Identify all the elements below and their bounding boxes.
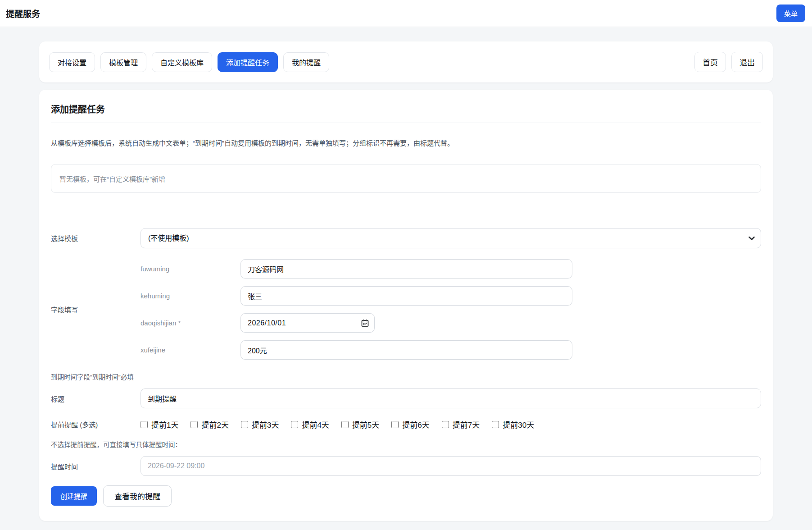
advance-checkbox-30d[interactable]	[492, 421, 499, 428]
template-select-row: 选择模板 (不使用模板)	[51, 228, 761, 248]
add-reminder-panel: 添加提醒任务 从模板库选择模板后，系统自动生成中文表单；“到期时间”自动复用模板…	[39, 90, 773, 521]
template-select-label: 选择模板	[51, 233, 141, 243]
template-select-wrap: (不使用模板)	[141, 228, 761, 248]
advance-option-4d[interactable]: 提前4天	[291, 419, 329, 430]
field-row-daoqishijian: daoqishijian *	[141, 313, 761, 333]
remind-time-label: 提醒时间	[51, 461, 141, 471]
tab-connect-settings[interactable]: 对接设置	[49, 52, 95, 72]
advance-option-30d[interactable]: 提前30天	[492, 419, 534, 430]
date-input-wrap	[240, 313, 375, 333]
field-input-fuwuming[interactable]	[240, 259, 572, 279]
remind-time-row: 提醒时间	[51, 456, 761, 476]
advance-reminder-label: 提前提醒 (多选)	[51, 420, 141, 429]
app-title: 提醒服务	[6, 7, 40, 19]
advance-checkbox-1d[interactable]	[141, 421, 148, 428]
advance-checkbox-6d[interactable]	[391, 421, 399, 428]
page-container: 对接设置 模板管理 自定义模板库 添加提醒任务 我的提醒 首页 退出 添加提醒任…	[0, 27, 812, 521]
field-row-kehuming: kehuming	[141, 286, 761, 306]
advance-reminder-row: 提前提醒 (多选) 提前1天 提前2天 提前3天 提前4天 提前5天 提前6天 …	[51, 419, 761, 430]
home-button[interactable]: 首页	[694, 52, 726, 72]
advance-checkbox-7d[interactable]	[442, 421, 449, 428]
fields-group-label: 字段填写	[51, 305, 141, 314]
panel-title: 添加提醒任务	[51, 101, 761, 123]
advance-checkbox-2d[interactable]	[191, 421, 198, 428]
view-my-reminders-button[interactable]: 查看我的提醒	[103, 485, 172, 507]
top-bar: 提醒服务 菜单	[0, 0, 812, 27]
advance-option-2d[interactable]: 提前2天	[191, 419, 228, 430]
create-reminder-button[interactable]: 创建提醒	[51, 486, 97, 506]
field-row-fuwuming: fuwuming	[141, 259, 761, 279]
advance-option-1d[interactable]: 提前1天	[141, 419, 178, 430]
advance-option-3d[interactable]: 提前3天	[241, 419, 279, 430]
reminder-form: 选择模板 (不使用模板) 字段填写 fuwuming	[51, 228, 761, 507]
advance-checkbox-3d[interactable]	[241, 421, 248, 428]
advance-checkbox-4d[interactable]	[291, 421, 298, 428]
advance-option-6d[interactable]: 提前6天	[391, 419, 429, 430]
nav-actions: 首页 退出	[694, 52, 763, 72]
title-input[interactable]	[141, 388, 761, 408]
advance-checkbox-5d[interactable]	[341, 421, 349, 428]
tab-custom-template-lib[interactable]: 自定义模板库	[152, 52, 212, 72]
field-input-xufeijine[interactable]	[240, 340, 572, 360]
title-row: 标题	[51, 388, 761, 408]
tab-my-reminders[interactable]: 我的提醒	[283, 52, 329, 72]
field-label-kehuming: kehuming	[141, 292, 240, 300]
fields-group: 字段填写 fuwuming kehuming daoqishijian *	[51, 259, 761, 360]
nav-bar: 对接设置 模板管理 自定义模板库 添加提醒任务 我的提醒 首页 退出	[39, 41, 773, 82]
form-actions: 创建提醒 查看我的提醒	[51, 485, 761, 507]
menu-button[interactable]: 菜单	[776, 5, 805, 22]
advance-option-7d[interactable]: 提前7天	[442, 419, 480, 430]
fields-rows: fuwuming kehuming daoqishijian *	[141, 259, 761, 360]
title-label: 标题	[51, 394, 141, 403]
no-template-notice: 暂无模板，可在“自定义模板库”新增	[51, 164, 761, 193]
advance-options: 提前1天 提前2天 提前3天 提前4天 提前5天 提前6天 提前7天 提前30天	[141, 419, 534, 430]
field-input-daoqishijian-date[interactable]	[240, 313, 375, 333]
field-input-kehuming[interactable]	[240, 286, 572, 306]
field-label-fuwuming: fuwuming	[141, 265, 240, 273]
advance-note: 不选择提前提醒，可直接填写具体提醒时间：	[51, 439, 761, 449]
advance-option-5d[interactable]: 提前5天	[341, 419, 379, 430]
field-label-daoqishijian: daoqishijian *	[141, 319, 240, 327]
panel-description: 从模板库选择模板后，系统自动生成中文表单；“到期时间”自动复用模板的到期时间，无…	[51, 138, 761, 147]
required-note: 到期时间字段“到期时间”必填	[51, 372, 761, 381]
field-row-xufeijine: xufeijine	[141, 340, 761, 360]
tab-add-reminder-task[interactable]: 添加提醒任务	[218, 52, 278, 72]
logout-button[interactable]: 退出	[731, 52, 763, 72]
field-label-xufeijine: xufeijine	[141, 346, 240, 354]
template-select[interactable]: (不使用模板)	[141, 228, 761, 248]
remind-time-input[interactable]	[141, 456, 761, 476]
calendar-icon[interactable]	[361, 319, 369, 327]
tab-template-manage[interactable]: 模板管理	[100, 52, 146, 72]
nav-tabs: 对接设置 模板管理 自定义模板库 添加提醒任务 我的提醒	[49, 52, 329, 72]
